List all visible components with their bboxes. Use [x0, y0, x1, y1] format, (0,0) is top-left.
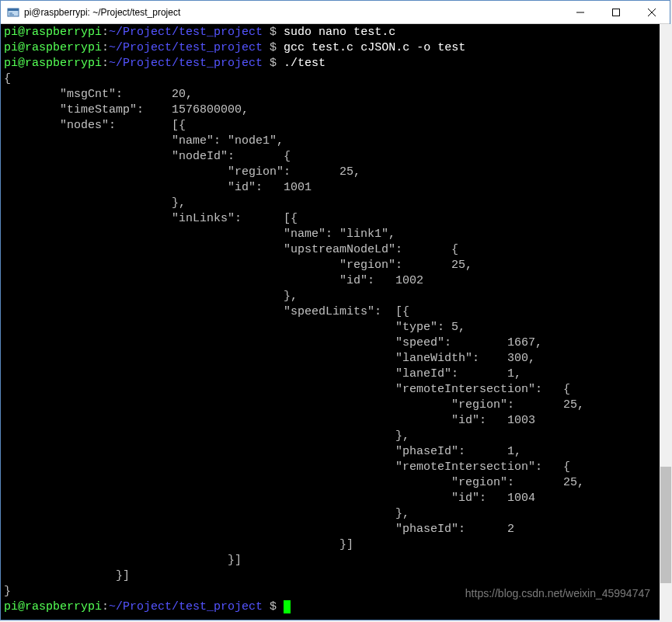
- terminal-body[interactable]: pi@raspberrypi:~/Project/test_project $ …: [1, 24, 670, 620]
- output-block: { "msgCnt": 20, "timeStamp": 1576800000,…: [4, 72, 584, 598]
- prompt-colon: :: [102, 26, 109, 39]
- window-title: pi@raspberrypi: ~/Project/test_project: [24, 7, 562, 18]
- prompt-path: ~/Project/test_project: [109, 41, 263, 54]
- prompt-path: ~/Project/test_project: [109, 57, 263, 70]
- prompt-user: pi@raspberrypi: [4, 600, 102, 613]
- prompt-user: pi@raspberrypi: [4, 26, 102, 39]
- prompt-colon: :: [102, 600, 109, 613]
- prompt-colon: :: [102, 57, 109, 70]
- prompt-path: ~/Project/test_project: [109, 26, 263, 39]
- prompt-user: pi@raspberrypi: [4, 57, 102, 70]
- prompt-dollar: $: [263, 600, 284, 613]
- watermark: https://blog.csdn.net/weixin_45994747: [465, 586, 650, 601]
- prompt-dollar: $: [263, 26, 284, 39]
- command-1: sudo nano test.c: [284, 26, 395, 39]
- window-controls: [562, 1, 670, 23]
- close-button[interactable]: [634, 1, 670, 23]
- command-3: ./test: [284, 57, 326, 70]
- scrollbar-thumb[interactable]: [660, 467, 671, 583]
- prompt-user: pi@raspberrypi: [4, 41, 102, 54]
- prompt-dollar: $: [263, 57, 284, 70]
- svg-rect-1: [8, 9, 19, 11]
- command-2: gcc test.c cJSON.c -o test: [284, 41, 465, 54]
- vertical-scrollbar[interactable]: [660, 24, 672, 621]
- title-bar[interactable]: pi@raspberrypi: ~/Project/test_project: [1, 1, 670, 24]
- prompt-dollar: $: [263, 41, 284, 54]
- prompt-colon: :: [102, 41, 109, 54]
- prompt-path: ~/Project/test_project: [109, 600, 263, 613]
- cursor: [284, 600, 291, 613]
- window-frame: pi@raspberrypi: ~/Project/test_project p…: [0, 0, 670, 620]
- app-icon: [7, 6, 19, 19]
- maximize-button[interactable]: [598, 1, 634, 23]
- svg-rect-5: [613, 9, 620, 16]
- minimize-button[interactable]: [562, 1, 598, 23]
